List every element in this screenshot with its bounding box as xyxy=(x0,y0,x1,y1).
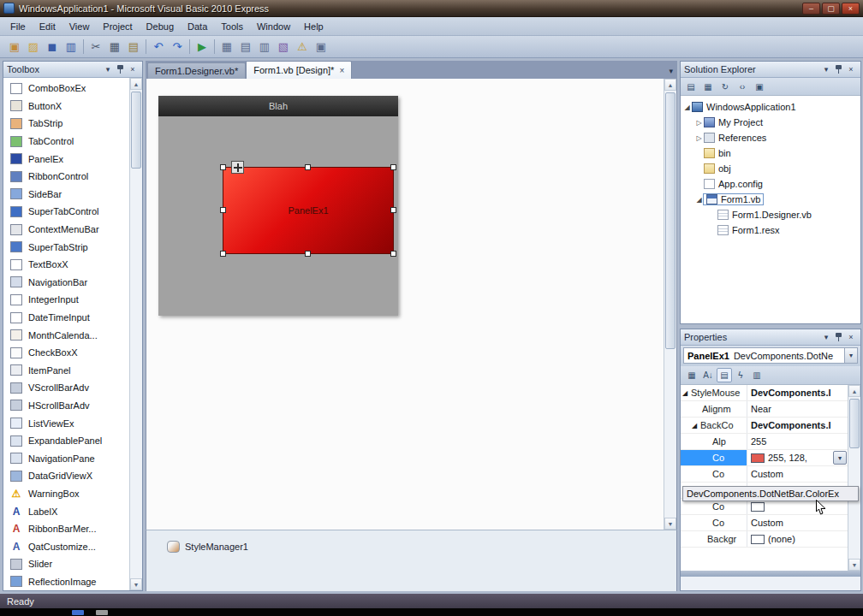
property-row[interactable]: ◢ StyleMouse DevComponents.l xyxy=(681,385,848,401)
toolbox-item[interactable]: A LabelX xyxy=(3,502,129,520)
view-code-icon[interactable]: ‹› xyxy=(735,80,750,94)
properties-icon[interactable]: ▤ xyxy=(717,368,732,382)
designer-scrollbar[interactable]: ▲ ▼ xyxy=(664,79,676,530)
property-value[interactable]: 255, 128, ▾ xyxy=(747,450,848,465)
toolbox-item[interactable]: PanelEx xyxy=(3,150,129,168)
tree-item[interactable]: Form1.resx xyxy=(681,222,860,238)
component-tray-item[interactable]: StyleManager1 xyxy=(167,541,248,553)
toolbox-item[interactable]: ⚠ WarningBox xyxy=(3,485,129,503)
refresh-icon[interactable]: ↻ xyxy=(717,80,733,94)
tree-item[interactable]: ◢ Form1.vb xyxy=(681,192,860,207)
selection-handle[interactable] xyxy=(390,251,396,257)
scroll-down-icon[interactable]: ▼ xyxy=(848,559,860,571)
menu-item[interactable]: Help xyxy=(297,19,330,34)
view-designer-icon[interactable]: ▣ xyxy=(752,80,767,94)
close-icon[interactable]: × xyxy=(845,64,857,75)
chevron-down-icon[interactable]: ▾ xyxy=(820,332,832,343)
toolbox-item[interactable]: TabControl xyxy=(3,133,129,151)
copy-icon[interactable]: ▦ xyxy=(105,38,124,56)
toolbox-item[interactable]: ButtonX xyxy=(3,98,129,116)
minimize-button[interactable]: – xyxy=(802,3,820,15)
toolbox-item[interactable]: DataGridViewX xyxy=(3,467,129,485)
tab-close-icon[interactable]: × xyxy=(339,66,344,75)
properties-icon[interactable]: ▤ xyxy=(683,80,699,94)
toolbox-item[interactable]: SuperTabStrip xyxy=(3,238,129,256)
scroll-thumb[interactable] xyxy=(665,92,676,349)
menu-item[interactable]: File xyxy=(3,19,33,34)
properties-scrollbar[interactable]: ▲ ▼ xyxy=(848,385,860,571)
cut-icon[interactable]: ✂ xyxy=(86,38,105,56)
undo-icon[interactable]: ↶ xyxy=(149,38,168,56)
menu-item[interactable]: Edit xyxy=(33,19,62,34)
toolbox-item[interactable]: IntegerInput xyxy=(3,291,129,309)
start-debug-icon[interactable]: ▶ xyxy=(193,38,211,56)
tree-item[interactable]: Form1.Designer.vb xyxy=(681,207,860,222)
scroll-up-icon[interactable]: ▲ xyxy=(664,79,676,91)
selection-handle[interactable] xyxy=(220,207,226,213)
property-row[interactable]: Backgr (none) xyxy=(681,531,848,548)
error-list-icon[interactable]: ⚠ xyxy=(293,38,312,56)
expander-icon[interactable]: ▷ xyxy=(694,119,704,127)
expander-icon[interactable]: ◢ xyxy=(682,389,691,397)
design-surface[interactable]: Blah PanelEx1 ▲ ▼ xyxy=(146,79,677,530)
toolbox-icon[interactable]: ▧ xyxy=(274,38,293,56)
toolbox-item[interactable]: A RibbonBarMer... xyxy=(3,520,129,538)
scroll-down-icon[interactable]: ▼ xyxy=(130,578,142,590)
tree-item[interactable]: ◢ WindowsApplication1 xyxy=(681,99,860,115)
toolbox-item[interactable]: ItemPanel xyxy=(3,362,129,380)
toolbox-scrollbar[interactable]: ▲ ▼ xyxy=(129,78,142,590)
scroll-thumb[interactable] xyxy=(131,92,141,169)
menu-item[interactable]: Tools xyxy=(214,19,250,34)
expander-icon[interactable]: ◢ xyxy=(682,104,692,111)
toolbox-item[interactable]: ListViewEx xyxy=(3,414,129,432)
save-icon[interactable]: ◼ xyxy=(43,38,62,56)
toolbox-item[interactable]: CheckBoxX xyxy=(3,344,129,362)
selection-handle[interactable] xyxy=(305,251,311,257)
document-tab[interactable]: Form1.vb [Design]* × xyxy=(246,61,352,79)
toolbox-item[interactable]: SuperTabControl xyxy=(3,203,129,221)
close-button[interactable]: × xyxy=(842,3,860,15)
menu-item[interactable]: Project xyxy=(96,19,139,34)
properties-window-icon[interactable]: ▤ xyxy=(236,38,255,56)
tree-item[interactable]: obj xyxy=(681,161,860,176)
object-browser-icon[interactable]: ▥ xyxy=(255,38,274,56)
scroll-up-icon[interactable]: ▲ xyxy=(848,385,860,397)
combo-dropdown-icon[interactable]: ▾ xyxy=(844,348,857,363)
new-project-icon[interactable]: ▣ xyxy=(5,38,24,56)
selection-handle[interactable] xyxy=(220,164,226,170)
move-handle-icon[interactable] xyxy=(231,161,244,174)
property-row[interactable]: Alignm Near xyxy=(681,401,848,418)
selection-handle[interactable] xyxy=(390,164,396,170)
tree-item[interactable]: bin xyxy=(681,145,860,161)
pin-icon[interactable] xyxy=(834,332,843,343)
document-tab[interactable]: Form1.Designer.vb* xyxy=(147,62,246,79)
toolbox-item[interactable]: NavigationBar xyxy=(3,274,129,292)
scroll-up-icon[interactable]: ▲ xyxy=(130,78,142,90)
toolbox-item[interactable]: Slider xyxy=(3,555,129,573)
panelex-control[interactable]: PanelEx1 xyxy=(223,167,394,254)
selection-handle[interactable] xyxy=(305,164,311,170)
expander-icon[interactable]: ◢ xyxy=(692,422,700,429)
object-selector-combobox[interactable]: PanelEx1 DevComponents.DotNe ▾ xyxy=(683,347,858,364)
tree-item[interactable]: App.config xyxy=(681,176,860,192)
property-value[interactable]: DevComponents.l xyxy=(747,418,848,433)
toolbox-item[interactable]: ComboBoxEx xyxy=(3,80,129,98)
menu-item[interactable]: View xyxy=(62,19,97,34)
chevron-down-icon[interactable]: ▾ xyxy=(102,64,114,75)
property-value[interactable]: 255 xyxy=(747,434,848,449)
property-row[interactable]: Alp 255 xyxy=(681,434,848,450)
paste-icon[interactable]: ▤ xyxy=(124,38,143,56)
dropdown-icon[interactable]: ▾ xyxy=(833,451,847,465)
property-value[interactable]: Custom xyxy=(747,466,848,482)
events-icon[interactable]: ϟ xyxy=(733,368,748,382)
close-icon[interactable]: × xyxy=(845,332,857,343)
show-all-files-icon[interactable]: ▦ xyxy=(700,80,716,94)
toolbox-item[interactable]: ContextMenuBar xyxy=(3,221,129,239)
selection-handle[interactable] xyxy=(390,207,396,213)
toolbox-item[interactable]: ReflectionImage xyxy=(3,573,129,590)
toolbox-item[interactable]: TextBoxX xyxy=(3,256,129,274)
pin-icon[interactable] xyxy=(834,64,843,75)
toolbox-item[interactable]: VScrollBarAdv xyxy=(3,379,129,397)
property-value[interactable]: Custom xyxy=(747,515,848,530)
toolbox-item[interactable]: TabStrip xyxy=(3,115,129,133)
